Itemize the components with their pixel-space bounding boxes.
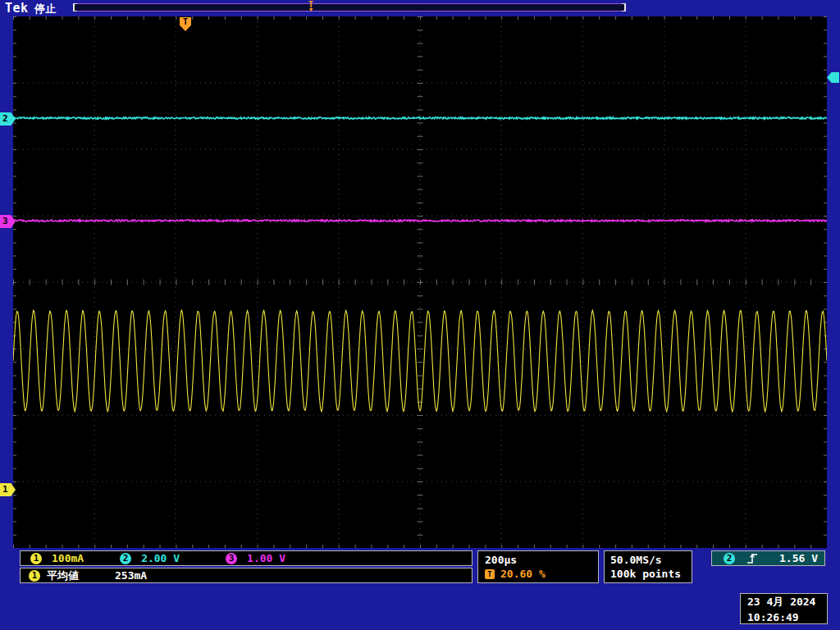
date-value: 23 4月 2024 — [747, 595, 815, 609]
measurement-channel-badge: 1 — [29, 570, 40, 582]
rising-edge-icon — [746, 552, 758, 564]
timebase-value: 200µs — [485, 554, 517, 566]
trigger-position-marker-topbar: T ▼ — [308, 2, 313, 13]
record-window-bracket-left — [73, 3, 77, 11]
header-bar: Tek 停止 T ▼ — [0, 0, 840, 16]
ch2-marker-label: 2 — [2, 113, 8, 124]
time-value: 10:26:49 — [747, 611, 799, 623]
ch1-scale: 100mA — [52, 552, 84, 564]
trigger-position-value: 20.60 % — [500, 568, 546, 580]
trigger-source-badge: 2 — [724, 553, 735, 564]
trigger-readout: 2 1.56 V — [711, 550, 825, 566]
trigger-down-arrow-icon: ▼ — [309, 7, 313, 13]
channel-scale-readout: 1 100mA 2 2.00 V 3 1.00 V — [20, 550, 472, 566]
ch1-marker-label: 1 — [2, 484, 8, 495]
trigger-flag-label: T — [183, 17, 188, 26]
record-length-value: 100k points — [610, 568, 681, 580]
ch1-badge: 1 — [30, 553, 42, 564]
measurement-readout: 1 平均値 253mA — [20, 568, 472, 583]
record-position-bar: T ▼ — [73, 3, 626, 11]
trigger-t-chip: T — [485, 569, 495, 579]
ch3-scale: 1.00 V — [247, 552, 285, 564]
trigger-level-arrow — [827, 72, 839, 83]
graticule — [13, 16, 827, 548]
record-window-bracket-right — [622, 3, 626, 11]
ch2-badge: 2 — [120, 553, 131, 564]
trigger-level-value: 1.56 V — [779, 552, 818, 564]
measurement-label: 平均値 — [47, 568, 79, 583]
measurement-value: 253mA — [115, 569, 147, 582]
horizontal-readout: 200µs T 20.60 % — [477, 550, 599, 583]
acquisition-readout: 50.0MS/s 100k points — [604, 550, 692, 583]
ch3-marker-label: 3 — [2, 216, 8, 226]
ch2-scale: 2.00 V — [141, 552, 180, 564]
tek-logo: Tek — [5, 1, 29, 16]
ch3-badge: 3 — [226, 553, 237, 564]
datetime-box: 23 4月 2024 10:26:49 — [740, 593, 828, 624]
sample-rate-value: 50.0MS/s — [610, 554, 662, 566]
acquisition-status: 停止 — [34, 2, 56, 16]
